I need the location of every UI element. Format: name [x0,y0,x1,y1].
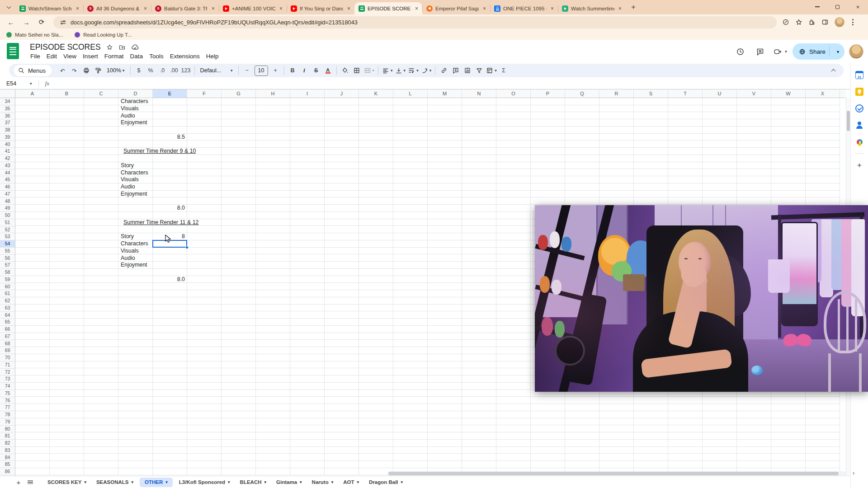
row-header-39[interactable]: 39 [0,134,15,141]
chevron-down-icon[interactable]: ▾ [84,480,86,484]
sheet-tab-seasonals[interactable]: SEASONALS▾ [91,476,138,488]
chevron-down-icon[interactable]: ▾ [331,480,334,484]
row-header-75[interactable]: 75 [0,390,15,397]
side-panel-icon[interactable] [821,19,829,26]
cell-D43[interactable]: Story [118,162,136,169]
number-123-button[interactable]: 123 [180,65,192,76]
account-avatar[interactable] [849,44,863,59]
row-header-80[interactable]: 80 [0,426,15,433]
cell-E49[interactable]: 8.0 [153,205,187,212]
column-header-W[interactable]: W [771,89,806,98]
text-rotate-button[interactable]: ▾ [420,65,433,76]
bold-button[interactable]: B [287,65,298,76]
maximize-button[interactable] [827,0,848,14]
sheet-tab-scores-key[interactable]: SCORES KEY▾ [42,476,91,488]
cell-D51[interactable]: Summer Time Render 11 & 12 [118,219,201,226]
column-header-K[interactable]: K [359,89,393,98]
browser-tab-2[interactable]: SAll 36 Dungeons & Dragons 5e× [83,2,151,14]
font-size-value[interactable]: 10 [255,66,268,76]
row-header-66[interactable]: 66 [0,326,15,333]
cell-D57[interactable]: Enjoyment [118,262,150,269]
row-header-56[interactable]: 56 [0,255,15,262]
tab-close-icon[interactable]: × [278,5,284,12]
row-header-45[interactable]: 45 [0,176,15,183]
bookmark-item-2[interactable]: Read Looking Up T... [75,32,132,38]
row-header-74[interactable]: 74 [0,383,15,390]
row-header-83[interactable]: 83 [0,447,15,454]
column-header-F[interactable]: F [187,89,222,98]
row-header-59[interactable]: 59 [0,276,15,283]
row-header-63[interactable]: 63 [0,305,15,312]
column-header-U[interactable]: U [703,89,737,98]
redo-button[interactable]: ↷ [69,65,80,76]
row-header-34[interactable]: 34 [0,98,15,105]
cell-D46[interactable]: Audio [118,183,137,191]
font-size-decrease-button[interactable]: − [241,65,253,76]
video-overlay[interactable] [535,205,868,392]
browser-tab-9[interactable]: Watch Summertime Render Ep× [558,2,626,14]
row-header-47[interactable]: 47 [0,191,15,198]
row-header-50[interactable]: 50 [0,212,15,219]
sheet-tab-dragon-ball[interactable]: Dragon Ball▾ [364,476,408,488]
tab-close-icon[interactable]: × [481,5,487,12]
add-sheet-button[interactable]: + [13,476,24,488]
row-header-71[interactable]: 71 [0,361,15,369]
cell-D47[interactable]: Enjoyment [118,191,150,198]
undo-button[interactable]: ↶ [57,65,68,76]
toolbar-search-menus[interactable]: Menus [14,65,52,76]
cell-D54[interactable]: Characters [118,240,151,248]
contacts-icon[interactable] [854,120,864,130]
close-window-button[interactable]: × [848,0,868,14]
sheet-tab-other[interactable]: OTHER▾ [140,478,173,487]
percent-button[interactable]: % [145,65,156,76]
chevron-down-icon[interactable]: ▾ [300,480,302,484]
font-size-increase-button[interactable]: + [270,65,281,76]
sheet-tab-gintama[interactable]: Gintama▾ [271,476,307,488]
share-button[interactable]: Share ▾ [793,43,844,60]
menu-edit[interactable]: Edit [43,52,60,61]
forward-button[interactable]: → [20,16,33,28]
sigma-button[interactable]: Σ [498,65,509,76]
cell-D36[interactable]: Audio [118,113,137,120]
back-button[interactable]: ← [5,16,17,28]
row-header-54[interactable]: 54 [0,240,15,248]
row-header-58[interactable]: 58 [0,269,15,276]
chevron-down-icon[interactable]: ▾ [401,480,403,484]
row-header-49[interactable]: 49 [0,205,15,212]
new-tab-button[interactable]: + [627,1,639,13]
row-header-36[interactable]: 36 [0,113,15,120]
row-header-70[interactable]: 70 [0,354,15,361]
cell-D41[interactable]: Summer Time Render 9 & 10 [118,148,198,155]
horizontal-scrollbar-thumb[interactable] [388,472,839,475]
column-header-T[interactable]: T [668,89,703,98]
cell-D37[interactable]: Enjoyment [118,119,150,127]
row-header-60[interactable]: 60 [0,283,15,291]
column-header-R[interactable]: R [599,89,634,98]
row-header-52[interactable]: 52 [0,226,15,234]
reload-button[interactable]: ⟳ [35,16,48,28]
text-color-button[interactable]: A [322,65,334,76]
font-select[interactable]: Defaul...▾ [198,65,236,76]
row-header-64[interactable]: 64 [0,312,15,319]
all-sheets-button[interactable] [24,476,36,488]
browser-tab-8[interactable]: ONE PIECE 1095 + - Google Do× [490,2,558,14]
tab-search-button[interactable] [3,1,14,13]
print-button[interactable] [80,65,92,76]
meet-dropdown-icon[interactable]: ▾ [785,49,787,54]
browser-menu-icon[interactable] [850,19,855,25]
row-header-44[interactable]: 44 [0,169,15,177]
row-header-40[interactable]: 40 [0,141,15,148]
sheet-tab-bleach[interactable]: BLEACH▾ [235,476,271,488]
tab-close-icon[interactable]: × [414,5,420,12]
tab-close-icon[interactable]: × [617,5,623,12]
column-header-P[interactable]: P [531,89,565,98]
column-header-J[interactable]: J [325,89,359,98]
tab-close-icon[interactable]: × [210,5,216,12]
sheet-tab-aot[interactable]: AOT▾ [338,476,364,488]
chevron-down-icon[interactable]: ▾ [132,480,134,484]
row-header-69[interactable]: 69 [0,347,15,354]
row-header-46[interactable]: 46 [0,183,15,191]
browser-tab-5[interactable]: If You Sing or Dance You Lose!× [287,2,354,14]
calendar-icon[interactable]: 31 [854,70,864,80]
cell-D44[interactable]: Characters [118,169,151,177]
